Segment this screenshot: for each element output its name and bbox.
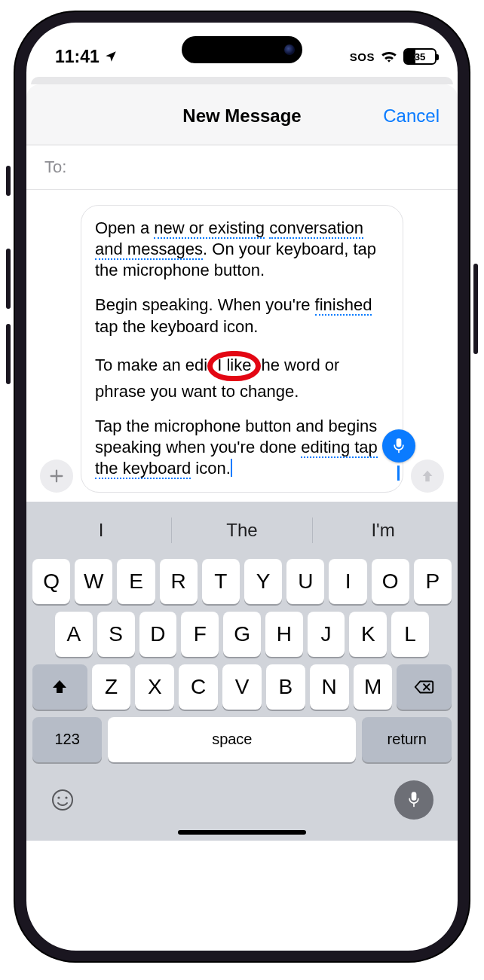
- prediction-1[interactable]: I: [31, 520, 171, 541]
- key-r[interactable]: R: [160, 559, 198, 604]
- status-time: 11:41: [55, 47, 100, 67]
- home-indicator[interactable]: [178, 830, 306, 835]
- dictation-bubble-tail: [397, 466, 400, 481]
- nav-bar: New Message Cancel: [26, 84, 458, 145]
- status-bar: 11:41 SOS 35: [26, 23, 458, 77]
- key-z[interactable]: Z: [92, 664, 131, 710]
- add-button[interactable]: [40, 459, 73, 493]
- sos-label: SOS: [350, 50, 375, 63]
- message-input[interactable]: Open a new or existing conversation and …: [81, 205, 403, 493]
- key-o[interactable]: O: [372, 559, 409, 604]
- key-s[interactable]: S: [97, 612, 135, 657]
- page-title: New Message: [182, 105, 301, 127]
- key-p[interactable]: P: [414, 559, 452, 604]
- side-switch: [6, 166, 11, 196]
- to-label: To:: [44, 157, 66, 176]
- screen: 11:41 SOS 35 New Message Cancel To:: [26, 23, 458, 951]
- svg-point-3: [57, 796, 60, 798]
- numeric-key[interactable]: 123: [32, 717, 102, 762]
- key-h[interactable]: H: [265, 612, 303, 657]
- emoji-button[interactable]: [51, 788, 75, 812]
- key-v[interactable]: V: [222, 664, 262, 710]
- power-button: [473, 264, 478, 354]
- key-g[interactable]: G: [223, 612, 261, 657]
- key-c[interactable]: C: [179, 664, 218, 710]
- text-cursor: [231, 459, 232, 477]
- battery-icon: 35: [403, 48, 437, 65]
- shift-key[interactable]: [32, 664, 87, 710]
- svg-rect-5: [412, 792, 417, 801]
- return-key[interactable]: return: [362, 717, 452, 762]
- key-w[interactable]: W: [75, 559, 112, 604]
- key-q[interactable]: Q: [32, 559, 70, 604]
- location-icon: [104, 50, 118, 63]
- svg-point-4: [65, 796, 67, 798]
- key-j[interactable]: J: [308, 612, 345, 657]
- keyboard: I The I'm Q W E R T Y U I O P A S D F G …: [26, 502, 458, 841]
- highlighted-text: I like: [207, 351, 261, 381]
- key-d[interactable]: D: [139, 612, 177, 657]
- send-button[interactable]: [411, 459, 444, 493]
- volume-down: [6, 324, 11, 384]
- key-l[interactable]: L: [391, 612, 429, 657]
- key-k[interactable]: K: [349, 612, 387, 657]
- dictation-bubble-button[interactable]: [382, 429, 415, 463]
- volume-up: [6, 249, 11, 309]
- svg-rect-0: [397, 438, 402, 447]
- key-i[interactable]: I: [329, 559, 366, 604]
- key-e[interactable]: E: [117, 559, 155, 604]
- key-u[interactable]: U: [286, 559, 324, 604]
- key-y[interactable]: Y: [244, 559, 282, 604]
- wifi-icon: [381, 50, 397, 63]
- prediction-3[interactable]: I'm: [313, 520, 453, 541]
- svg-rect-6: [413, 803, 415, 807]
- svg-rect-1: [398, 450, 400, 453]
- key-x[interactable]: X: [135, 664, 174, 710]
- key-f[interactable]: F: [181, 612, 219, 657]
- compose-area: Open a new or existing conversation and …: [26, 190, 458, 502]
- sheet-background-edge: [31, 77, 453, 84]
- cancel-button[interactable]: Cancel: [383, 105, 440, 127]
- to-field[interactable]: To:: [26, 145, 458, 190]
- dictation-button[interactable]: [394, 780, 433, 820]
- prediction-bar: I The I'm: [31, 509, 453, 551]
- key-b[interactable]: B: [266, 664, 305, 710]
- svg-point-2: [53, 790, 72, 810]
- key-a[interactable]: A: [55, 612, 93, 657]
- backspace-key[interactable]: [397, 664, 452, 710]
- key-t[interactable]: T: [202, 559, 240, 604]
- key-n[interactable]: N: [310, 664, 349, 710]
- key-m[interactable]: M: [354, 664, 393, 710]
- prediction-2[interactable]: The: [172, 520, 312, 541]
- space-key[interactable]: space: [108, 717, 356, 762]
